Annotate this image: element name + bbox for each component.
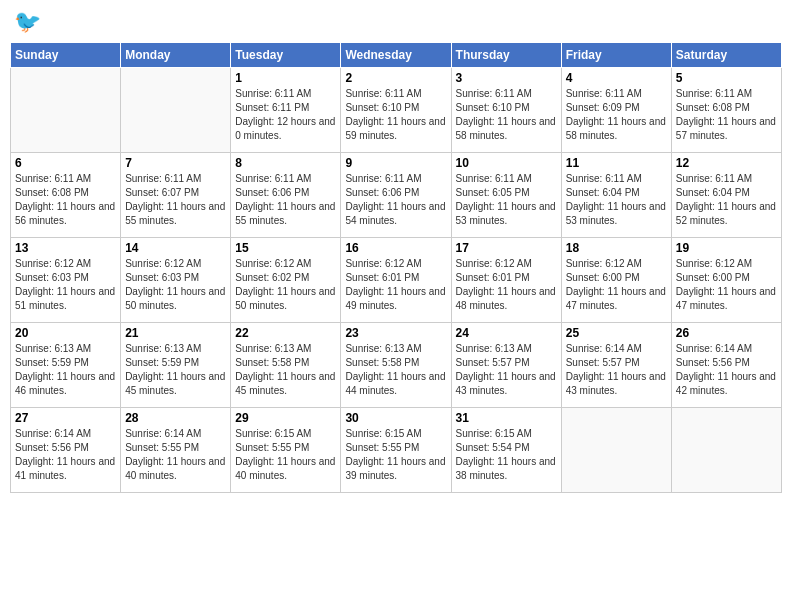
day-number: 28 bbox=[125, 411, 226, 425]
day-info: Sunrise: 6:11 AMSunset: 6:06 PMDaylight:… bbox=[235, 172, 336, 228]
day-number: 30 bbox=[345, 411, 446, 425]
day-info: Sunrise: 6:11 AMSunset: 6:09 PMDaylight:… bbox=[566, 87, 667, 143]
day-info: Sunrise: 6:13 AMSunset: 5:59 PMDaylight:… bbox=[125, 342, 226, 398]
day-info: Sunrise: 6:15 AMSunset: 5:54 PMDaylight:… bbox=[456, 427, 557, 483]
calendar-cell: 1Sunrise: 6:11 AMSunset: 6:11 PMDaylight… bbox=[231, 68, 341, 153]
weekday-header: Wednesday bbox=[341, 43, 451, 68]
calendar-cell: 24Sunrise: 6:13 AMSunset: 5:57 PMDayligh… bbox=[451, 323, 561, 408]
calendar-cell: 10Sunrise: 6:11 AMSunset: 6:05 PMDayligh… bbox=[451, 153, 561, 238]
day-number: 13 bbox=[15, 241, 116, 255]
day-number: 24 bbox=[456, 326, 557, 340]
calendar-cell: 14Sunrise: 6:12 AMSunset: 6:03 PMDayligh… bbox=[121, 238, 231, 323]
day-info: Sunrise: 6:15 AMSunset: 5:55 PMDaylight:… bbox=[345, 427, 446, 483]
weekday-header: Monday bbox=[121, 43, 231, 68]
day-number: 1 bbox=[235, 71, 336, 85]
day-number: 6 bbox=[15, 156, 116, 170]
day-number: 23 bbox=[345, 326, 446, 340]
calendar-week-row: 20Sunrise: 6:13 AMSunset: 5:59 PMDayligh… bbox=[11, 323, 782, 408]
day-info: Sunrise: 6:12 AMSunset: 6:00 PMDaylight:… bbox=[566, 257, 667, 313]
calendar-cell: 23Sunrise: 6:13 AMSunset: 5:58 PMDayligh… bbox=[341, 323, 451, 408]
day-number: 20 bbox=[15, 326, 116, 340]
calendar-cell: 27Sunrise: 6:14 AMSunset: 5:56 PMDayligh… bbox=[11, 408, 121, 493]
calendar-week-row: 27Sunrise: 6:14 AMSunset: 5:56 PMDayligh… bbox=[11, 408, 782, 493]
day-info: Sunrise: 6:11 AMSunset: 6:06 PMDaylight:… bbox=[345, 172, 446, 228]
calendar-cell: 17Sunrise: 6:12 AMSunset: 6:01 PMDayligh… bbox=[451, 238, 561, 323]
weekday-header: Thursday bbox=[451, 43, 561, 68]
day-number: 4 bbox=[566, 71, 667, 85]
day-number: 14 bbox=[125, 241, 226, 255]
day-info: Sunrise: 6:13 AMSunset: 5:59 PMDaylight:… bbox=[15, 342, 116, 398]
day-number: 29 bbox=[235, 411, 336, 425]
day-info: Sunrise: 6:12 AMSunset: 6:03 PMDaylight:… bbox=[15, 257, 116, 313]
day-info: Sunrise: 6:11 AMSunset: 6:10 PMDaylight:… bbox=[345, 87, 446, 143]
calendar-cell: 18Sunrise: 6:12 AMSunset: 6:00 PMDayligh… bbox=[561, 238, 671, 323]
calendar-cell: 15Sunrise: 6:12 AMSunset: 6:02 PMDayligh… bbox=[231, 238, 341, 323]
day-number: 15 bbox=[235, 241, 336, 255]
day-info: Sunrise: 6:13 AMSunset: 5:58 PMDaylight:… bbox=[345, 342, 446, 398]
day-info: Sunrise: 6:11 AMSunset: 6:11 PMDaylight:… bbox=[235, 87, 336, 143]
calendar-cell: 7Sunrise: 6:11 AMSunset: 6:07 PMDaylight… bbox=[121, 153, 231, 238]
calendar-cell: 9Sunrise: 6:11 AMSunset: 6:06 PMDaylight… bbox=[341, 153, 451, 238]
day-number: 11 bbox=[566, 156, 667, 170]
day-info: Sunrise: 6:12 AMSunset: 6:01 PMDaylight:… bbox=[345, 257, 446, 313]
day-number: 5 bbox=[676, 71, 777, 85]
day-number: 18 bbox=[566, 241, 667, 255]
weekday-header: Tuesday bbox=[231, 43, 341, 68]
calendar-cell: 31Sunrise: 6:15 AMSunset: 5:54 PMDayligh… bbox=[451, 408, 561, 493]
day-info: Sunrise: 6:11 AMSunset: 6:04 PMDaylight:… bbox=[566, 172, 667, 228]
day-info: Sunrise: 6:14 AMSunset: 5:56 PMDaylight:… bbox=[676, 342, 777, 398]
day-info: Sunrise: 6:12 AMSunset: 6:03 PMDaylight:… bbox=[125, 257, 226, 313]
calendar-cell: 11Sunrise: 6:11 AMSunset: 6:04 PMDayligh… bbox=[561, 153, 671, 238]
day-info: Sunrise: 6:12 AMSunset: 6:02 PMDaylight:… bbox=[235, 257, 336, 313]
calendar-table: SundayMondayTuesdayWednesdayThursdayFrid… bbox=[10, 42, 782, 493]
calendar-cell: 26Sunrise: 6:14 AMSunset: 5:56 PMDayligh… bbox=[671, 323, 781, 408]
calendar-cell: 20Sunrise: 6:13 AMSunset: 5:59 PMDayligh… bbox=[11, 323, 121, 408]
logo-bird-icon: 🐦 bbox=[14, 9, 41, 34]
calendar-cell: 4Sunrise: 6:11 AMSunset: 6:09 PMDaylight… bbox=[561, 68, 671, 153]
day-number: 7 bbox=[125, 156, 226, 170]
page-header: 🐦 bbox=[10, 10, 782, 34]
calendar-week-row: 6Sunrise: 6:11 AMSunset: 6:08 PMDaylight… bbox=[11, 153, 782, 238]
day-info: Sunrise: 6:15 AMSunset: 5:55 PMDaylight:… bbox=[235, 427, 336, 483]
calendar-cell bbox=[561, 408, 671, 493]
calendar-cell bbox=[671, 408, 781, 493]
day-number: 12 bbox=[676, 156, 777, 170]
day-info: Sunrise: 6:11 AMSunset: 6:04 PMDaylight:… bbox=[676, 172, 777, 228]
calendar-week-row: 1Sunrise: 6:11 AMSunset: 6:11 PMDaylight… bbox=[11, 68, 782, 153]
day-info: Sunrise: 6:12 AMSunset: 6:00 PMDaylight:… bbox=[676, 257, 777, 313]
day-number: 27 bbox=[15, 411, 116, 425]
calendar-cell: 19Sunrise: 6:12 AMSunset: 6:00 PMDayligh… bbox=[671, 238, 781, 323]
day-info: Sunrise: 6:14 AMSunset: 5:57 PMDaylight:… bbox=[566, 342, 667, 398]
day-number: 25 bbox=[566, 326, 667, 340]
day-number: 9 bbox=[345, 156, 446, 170]
day-info: Sunrise: 6:11 AMSunset: 6:10 PMDaylight:… bbox=[456, 87, 557, 143]
day-info: Sunrise: 6:13 AMSunset: 5:58 PMDaylight:… bbox=[235, 342, 336, 398]
day-info: Sunrise: 6:11 AMSunset: 6:05 PMDaylight:… bbox=[456, 172, 557, 228]
day-number: 26 bbox=[676, 326, 777, 340]
day-number: 2 bbox=[345, 71, 446, 85]
calendar-cell: 5Sunrise: 6:11 AMSunset: 6:08 PMDaylight… bbox=[671, 68, 781, 153]
calendar-cell: 3Sunrise: 6:11 AMSunset: 6:10 PMDaylight… bbox=[451, 68, 561, 153]
day-info: Sunrise: 6:11 AMSunset: 6:08 PMDaylight:… bbox=[676, 87, 777, 143]
weekday-header: Sunday bbox=[11, 43, 121, 68]
calendar-week-row: 13Sunrise: 6:12 AMSunset: 6:03 PMDayligh… bbox=[11, 238, 782, 323]
calendar-cell bbox=[121, 68, 231, 153]
weekday-header: Saturday bbox=[671, 43, 781, 68]
day-info: Sunrise: 6:14 AMSunset: 5:56 PMDaylight:… bbox=[15, 427, 116, 483]
day-number: 17 bbox=[456, 241, 557, 255]
calendar-cell: 22Sunrise: 6:13 AMSunset: 5:58 PMDayligh… bbox=[231, 323, 341, 408]
day-info: Sunrise: 6:14 AMSunset: 5:55 PMDaylight:… bbox=[125, 427, 226, 483]
day-number: 19 bbox=[676, 241, 777, 255]
day-number: 22 bbox=[235, 326, 336, 340]
calendar-cell: 6Sunrise: 6:11 AMSunset: 6:08 PMDaylight… bbox=[11, 153, 121, 238]
day-info: Sunrise: 6:12 AMSunset: 6:01 PMDaylight:… bbox=[456, 257, 557, 313]
calendar-cell: 16Sunrise: 6:12 AMSunset: 6:01 PMDayligh… bbox=[341, 238, 451, 323]
weekday-header: Friday bbox=[561, 43, 671, 68]
day-number: 16 bbox=[345, 241, 446, 255]
day-number: 21 bbox=[125, 326, 226, 340]
calendar-cell: 8Sunrise: 6:11 AMSunset: 6:06 PMDaylight… bbox=[231, 153, 341, 238]
day-info: Sunrise: 6:13 AMSunset: 5:57 PMDaylight:… bbox=[456, 342, 557, 398]
calendar-cell: 28Sunrise: 6:14 AMSunset: 5:55 PMDayligh… bbox=[121, 408, 231, 493]
calendar-cell: 2Sunrise: 6:11 AMSunset: 6:10 PMDaylight… bbox=[341, 68, 451, 153]
day-info: Sunrise: 6:11 AMSunset: 6:08 PMDaylight:… bbox=[15, 172, 116, 228]
